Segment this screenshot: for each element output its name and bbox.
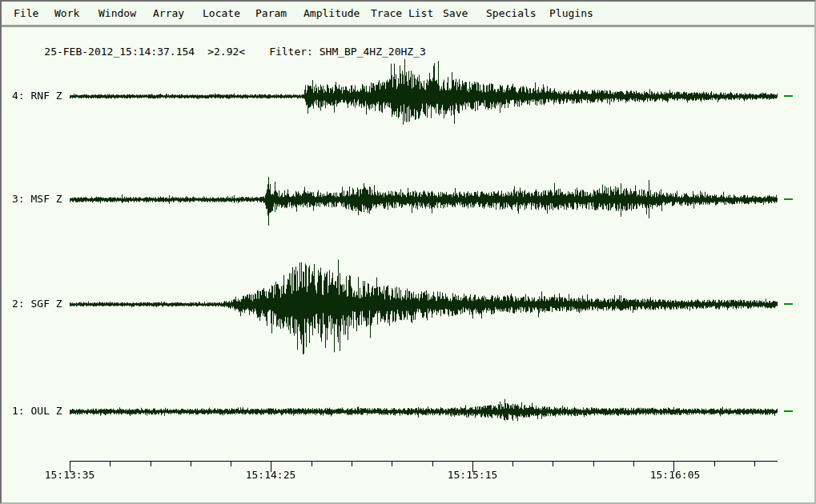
shm-main-window: File Work Window Array Locate Param Ampl… xyxy=(0,0,816,504)
time-axis-label-0: 15:13:35 xyxy=(45,469,95,481)
time-axis-label-1: 15:14:25 xyxy=(246,469,296,481)
time-axis-label-2: 15:15:15 xyxy=(448,469,498,481)
trace-label-rnf: 4: RNF Z xyxy=(12,90,62,102)
trace-label-msf: 3: MSF Z xyxy=(12,193,62,205)
trace-label-sgf: 2: SGF Z xyxy=(12,298,62,310)
seismogram-plot-area[interactable] xyxy=(2,2,816,504)
time-axis-label-3: 15:16:05 xyxy=(650,469,701,481)
trace-label-oul: 1: OUL Z xyxy=(12,405,62,417)
